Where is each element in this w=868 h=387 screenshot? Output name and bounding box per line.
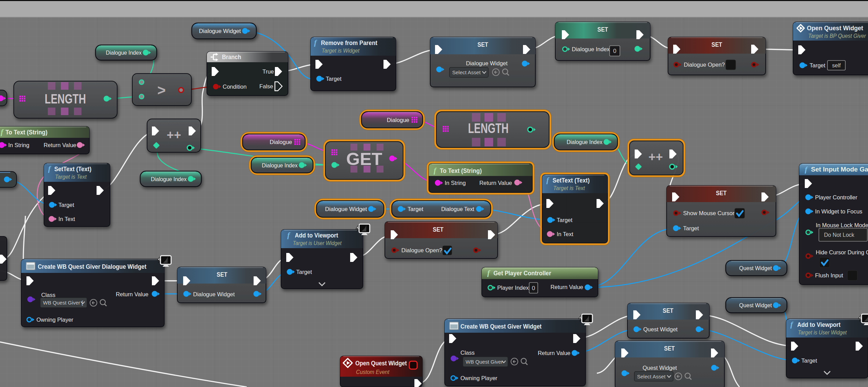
svg-text:Class: Class <box>41 292 55 298</box>
svg-text:Target: Target <box>58 202 74 208</box>
svg-text:Dialogue: Dialogue <box>270 139 292 145</box>
svg-text:WB Quest Giver: WB Quest Giver <box>466 359 503 365</box>
svg-text:Condition: Condition <box>223 84 247 90</box>
svg-text:Quest Widget: Quest Widget <box>643 365 677 371</box>
svg-text:Dialogue: Dialogue <box>387 117 409 123</box>
svg-text:In String: In String <box>8 142 29 148</box>
svg-text:SET: SET <box>598 26 608 33</box>
svg-text:Target: Target <box>296 269 312 275</box>
svg-text:SetText (Text): SetText (Text) <box>553 177 590 184</box>
svg-text:GET: GET <box>346 150 382 169</box>
svg-text:Set Input Mode Gam: Set Input Mode Gam <box>811 166 868 173</box>
svg-text:Add to Viewport: Add to Viewport <box>797 321 841 328</box>
svg-text:Flush Input: Flush Input <box>815 272 843 278</box>
svg-text:Class: Class <box>460 350 475 356</box>
svg-text:++: ++ <box>167 128 181 142</box>
svg-text:In Text: In Text <box>58 216 75 222</box>
svg-text:In Mouse Lock Mode: In Mouse Lock Mode <box>816 222 868 228</box>
svg-text:Select Asset: Select Asset <box>452 69 481 75</box>
svg-text:Remove from Parent: Remove from Parent <box>321 39 378 46</box>
svg-text:self: self <box>832 63 841 68</box>
svg-text:SetText (Text): SetText (Text) <box>54 165 91 173</box>
svg-text:Target: Target <box>557 217 572 223</box>
svg-text:Player Controller: Player Controller <box>815 194 857 200</box>
svg-text:Dialogue Widget: Dialogue Widget <box>199 28 241 34</box>
svg-text:Dialogue Index: Dialogue Index <box>106 49 142 56</box>
svg-text:++: ++ <box>648 150 663 164</box>
svg-text:Dialogue Index: Dialogue Index <box>262 162 298 168</box>
svg-text:Dialogue Widget: Dialogue Widget <box>193 291 235 297</box>
svg-text:Dialogue Index: Dialogue Index <box>151 176 187 182</box>
svg-text:Show Mouse Cursor: Show Mouse Cursor <box>683 210 735 216</box>
svg-text:Create WB Quest Giver Dialogue: Create WB Quest Giver Dialogue Widget <box>38 263 147 270</box>
svg-text:Target: Target <box>408 206 423 212</box>
svg-text:Target: Target <box>326 76 342 82</box>
svg-text:Target is Text: Target is Text <box>55 174 87 180</box>
svg-text:>: > <box>157 82 166 98</box>
svg-text:To Text (String): To Text (String) <box>440 167 482 174</box>
svg-text:SET: SET <box>664 345 675 352</box>
svg-text:LENGTH: LENGTH <box>45 92 86 106</box>
svg-text:Target: Target <box>810 62 825 68</box>
svg-text:Dialogue Open?: Dialogue Open? <box>401 247 442 253</box>
svg-text:Target is BP Quest Giver: Target is BP Quest Giver <box>808 33 866 39</box>
svg-text:LENGTH: LENGTH <box>468 121 509 136</box>
svg-text:Target is User Widget: Target is User Widget <box>798 330 847 335</box>
svg-text:Return Value: Return Value <box>550 284 583 290</box>
svg-text:Target is Text: Target is Text <box>553 185 585 191</box>
svg-text:Do Not Lock: Do Not Lock <box>824 232 855 238</box>
svg-text:Return Value: Return Value <box>479 180 512 186</box>
svg-text:Open Quest Widget: Open Quest Widget <box>807 24 864 32</box>
svg-text:Target: Target <box>683 225 699 231</box>
svg-text:Target is User Widget: Target is User Widget <box>293 240 342 246</box>
svg-text:Dialogue Text: Dialogue Text <box>441 206 474 212</box>
svg-text:Return Value: Return Value <box>116 291 148 297</box>
svg-text:Open Quest Widget: Open Quest Widget <box>355 360 407 367</box>
svg-text:Dialogue Index: Dialogue Index <box>567 139 603 145</box>
svg-text:0: 0 <box>613 48 616 54</box>
svg-text:Hide Cursor During C: Hide Cursor During C <box>816 249 868 255</box>
svg-text:SET: SET <box>716 189 727 197</box>
svg-text:To Text (String): To Text (String) <box>5 129 47 136</box>
svg-text:Dialogue Widget: Dialogue Widget <box>466 60 508 66</box>
svg-text:0: 0 <box>532 285 535 291</box>
svg-text:Add to Viewport: Add to Viewport <box>295 232 338 239</box>
svg-text:Return Value: Return Value <box>538 350 570 356</box>
svg-text:WB Quest Giver [: WB Quest Giver [ <box>43 300 84 306</box>
svg-text:Target is Widget: Target is Widget <box>322 48 360 54</box>
svg-text:Target: Target <box>801 357 817 364</box>
svg-text:SET: SET <box>712 41 722 48</box>
svg-text:Select Asset: Select Asset <box>637 374 666 379</box>
svg-text:In String: In String <box>445 180 466 186</box>
svg-text:Quest Widget: Quest Widget <box>643 326 678 332</box>
svg-text:In Text: In Text <box>557 231 574 237</box>
svg-text:Get Player Controller: Get Player Controller <box>493 269 552 277</box>
svg-text:SET: SET <box>433 226 444 233</box>
svg-text:True: True <box>263 68 274 75</box>
svg-text:SET: SET <box>663 307 674 314</box>
svg-text:Dialogue Widget: Dialogue Widget <box>325 206 367 212</box>
svg-text:Dialogue Index: Dialogue Index <box>572 46 610 52</box>
svg-text:In Widget to Focus: In Widget to Focus <box>815 208 863 214</box>
svg-text:False: False <box>259 83 273 89</box>
svg-text:Owning Player: Owning Player <box>460 375 498 381</box>
svg-text:Player Index: Player Index <box>497 285 529 291</box>
svg-text:Dialogue Open?: Dialogue Open? <box>684 62 725 68</box>
svg-text:Custom Event: Custom Event <box>356 369 390 375</box>
svg-text:SET: SET <box>217 271 227 278</box>
svg-text:SET: SET <box>478 41 488 48</box>
svg-text:Branch: Branch <box>222 53 241 60</box>
svg-text:Quest Widget: Quest Widget <box>739 265 772 271</box>
svg-text:Owning Player: Owning Player <box>36 317 74 323</box>
svg-text:Create WB Quest Giver Widget: Create WB Quest Giver Widget <box>460 323 542 330</box>
svg-text:Return Value: Return Value <box>44 142 76 148</box>
svg-text:Quest Widget: Quest Widget <box>739 302 772 308</box>
